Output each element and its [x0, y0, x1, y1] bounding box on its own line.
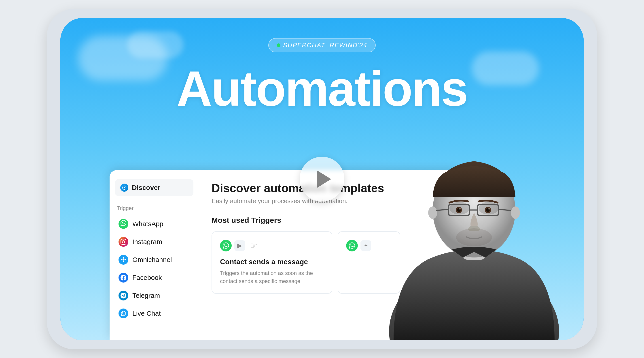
- sidebar-item-omnichannel[interactable]: Omnichannel: [115, 251, 194, 269]
- sidebar-item-instagram[interactable]: Instagram: [115, 233, 194, 251]
- svg-point-26: [459, 208, 461, 210]
- person-container: [382, 125, 566, 340]
- badge-event: REWIND'24: [330, 42, 367, 49]
- discover-icon: [120, 184, 128, 192]
- instagram-label: Instagram: [132, 238, 162, 246]
- svg-point-5: [123, 261, 124, 262]
- trigger-card-2-wand: ✦: [360, 240, 371, 251]
- omnichannel-label: Omnichannel: [132, 256, 172, 264]
- badge-text: SUPERCHAT REWIND'24: [283, 42, 367, 49]
- facebook-label: Facebook: [132, 274, 162, 281]
- person-svg: [382, 125, 566, 340]
- svg-point-13: [428, 207, 437, 219]
- inner-card: SUPERCHAT REWIND'24 Automations: [60, 18, 584, 340]
- sidebar-item-facebook[interactable]: Facebook: [115, 269, 194, 287]
- facebook-icon: [118, 273, 128, 283]
- trigger-card-1-cursor: ☞: [248, 240, 260, 251]
- telegram-icon: [118, 291, 128, 300]
- trigger-section-label: Trigger: [115, 205, 194, 211]
- whatsapp-icon: [118, 219, 128, 229]
- cloud-2: [472, 52, 539, 85]
- sidebar-item-telegram[interactable]: Telegram: [115, 287, 194, 304]
- svg-point-14: [511, 207, 520, 219]
- play-button[interactable]: [300, 157, 344, 202]
- trigger-card-1-icons: ▶ ☞: [220, 240, 324, 251]
- trigger-card-1-title: Contact sends a message: [220, 258, 324, 266]
- omnichannel-icon: [118, 255, 128, 265]
- sidebar-item-discover[interactable]: Discover: [115, 179, 194, 196]
- trigger-card-1-channel-icon: [220, 240, 232, 251]
- svg-point-1: [123, 259, 124, 260]
- sidebar: Discover Trigger WhatsApp: [110, 170, 199, 340]
- whatsapp-label: WhatsApp: [132, 220, 163, 228]
- outer-card: SUPERCHAT REWIND'24 Automations: [47, 9, 597, 349]
- svg-point-4: [123, 257, 124, 258]
- svg-point-27: [488, 208, 490, 210]
- livechat-label: Live Chat: [132, 310, 161, 317]
- instagram-icon: [118, 237, 128, 247]
- sidebar-discover-label: Discover: [132, 184, 160, 192]
- badge-brand: SUPERCHAT: [283, 42, 325, 49]
- trigger-card-1-desc: Triggers the automation as soon as the c…: [220, 269, 324, 285]
- event-badge: SUPERCHAT REWIND'24: [268, 38, 376, 52]
- trigger-card-1[interactable]: ▶ ☞ Contact sends a message Triggers the…: [212, 231, 332, 294]
- main-title: Automations: [177, 60, 467, 117]
- livechat-icon: [118, 308, 128, 318]
- trigger-card-1-arrow: ▶: [234, 240, 245, 251]
- telegram-label: Telegram: [132, 292, 160, 299]
- badge-dot: [277, 43, 280, 47]
- play-icon: [317, 170, 331, 188]
- cloud-3: [128, 31, 183, 58]
- svg-point-28: [456, 228, 492, 246]
- sidebar-item-livechat[interactable]: Live Chat: [115, 304, 194, 322]
- svg-point-3: [125, 259, 126, 260]
- trigger-card-2-channel-icon: [346, 240, 358, 251]
- svg-point-2: [121, 259, 122, 260]
- sidebar-item-whatsapp[interactable]: WhatsApp: [115, 215, 194, 233]
